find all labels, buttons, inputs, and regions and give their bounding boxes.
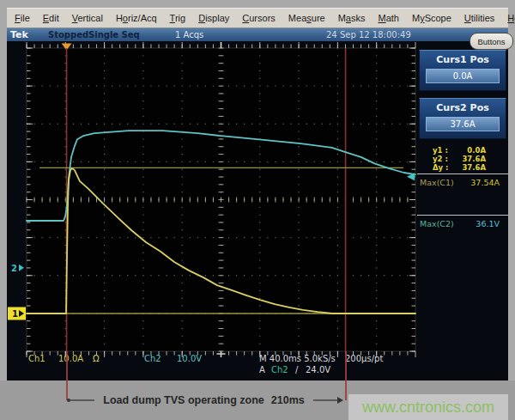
trigger-slope-icon: / <box>295 365 298 374</box>
menu-item-masks[interactable]: Masks <box>338 13 366 23</box>
ch2-marker-arrow-icon <box>19 265 24 271</box>
cursor1-value-field[interactable]: 0.0A <box>426 69 500 83</box>
resolution-readout: 200µs/pt <box>345 354 383 363</box>
menu-item-utilities[interactable]: Utilities <box>464 13 495 23</box>
panel-divider <box>417 215 508 216</box>
menu-item-cursors[interactable]: Cursors <box>242 13 276 23</box>
cursor1-title: Curs1 Pos <box>420 54 506 65</box>
menu-item-math[interactable]: Math <box>378 13 398 23</box>
cursor1-position-box: Curs1 Pos 0.0A <box>419 50 506 91</box>
load-dump-zone-annotation: Load dump TVS operating zone 210ms <box>67 394 343 406</box>
max-c2-label: Max(C2) <box>420 219 454 228</box>
measurement-panel: Curs1 Pos 0.0A Curs2 Pos 37.6A y1 :0.0Ay… <box>417 50 508 228</box>
menu-item-vertical[interactable]: Vertical <box>72 13 103 23</box>
ch1-label: Ch1 <box>28 354 45 363</box>
menu-bar: FileEditVerticalHoriz/AcqTrigDisplayCurs… <box>7 8 508 28</box>
cursor2-value-field[interactable]: 37.6A <box>426 117 500 131</box>
max-c2-value: 36.1V <box>476 219 500 228</box>
zone-arrowhead-icon <box>337 397 343 404</box>
cursor2-title: Curs2 Pos <box>420 102 506 113</box>
menu-item-help[interactable]: Help <box>507 13 515 23</box>
acquisition-count: 1 Acqs <box>175 30 203 40</box>
trigger-prefix: A <box>259 365 265 374</box>
measurement-max-c1: Max(C1) 37.54A <box>417 176 508 187</box>
trigger-level[interactable]: 24.0V <box>306 365 330 374</box>
cursor2-position-box: Curs2 Pos 37.6A <box>419 98 506 139</box>
trigger-source[interactable]: Ch2 <box>271 365 288 374</box>
cursor-readout-row: y1 :0.0A <box>417 146 508 155</box>
menu-item-edit[interactable]: Edit <box>43 13 59 23</box>
ch2-scale[interactable]: 10.0V <box>177 354 202 363</box>
ch2-reference-marker[interactable]: 2 <box>11 264 17 273</box>
acquisition-state: Stopped <box>48 30 88 40</box>
menu-item-measure[interactable]: Measure <box>288 13 325 23</box>
watermark: www.cntronics.com <box>348 394 508 420</box>
menu-item-myscope[interactable]: MyScope <box>412 13 451 23</box>
timebase-readout[interactable]: M 40.0ms 5.0kS/s <box>259 354 336 363</box>
zone-duration: 210ms <box>271 394 305 406</box>
cursor-t1-extension <box>66 351 68 400</box>
ch1-marker-label: 1 <box>12 309 18 319</box>
acquisition-mode: Single Seq <box>88 30 140 40</box>
menu-item-display[interactable]: Display <box>198 13 229 23</box>
menu-item-file[interactable]: File <box>15 13 30 23</box>
datetime-readout: 24 Sep 12 18:00:49 <box>326 30 411 40</box>
ch1-coupling-ohm-icon: Ω <box>93 354 100 363</box>
panel-divider <box>417 173 508 174</box>
zone-line-right <box>313 399 337 401</box>
buttons-button[interactable]: Buttons <box>470 33 513 50</box>
measurement-max-c2: Max(C2) 36.1V <box>417 217 508 228</box>
ch2-label: Ch2 <box>144 354 161 363</box>
cursor-readout-row: y2 :37.6A <box>417 155 508 163</box>
oscilloscope-window: FileEditVerticalHoriz/AcqTrigDisplayCurs… <box>0 0 515 420</box>
zone-line-left <box>70 399 94 401</box>
cursor-t2-extension <box>345 351 347 400</box>
cursor-readout-row: Δy :37.6A <box>417 163 508 172</box>
zone-label: Load dump TVS operating zone <box>103 394 264 406</box>
status-bar: Tek Stopped Single Seq 1 Acqs 24 Sep 12 … <box>7 28 508 41</box>
ch1-scale[interactable]: 10.0A <box>58 354 83 363</box>
tek-logo: Tek <box>10 29 28 40</box>
max-c1-label: Max(C1) <box>420 178 454 187</box>
menu-item-trig[interactable]: Trig <box>170 13 186 23</box>
scope-screen: 12 Ch1 10.0A Ω Ch2 10.0V M 40.0ms 5.0kS/… <box>7 41 508 380</box>
cursor-delta-readout: y1 :0.0Ay2 :37.6AΔy :37.6A <box>417 146 508 172</box>
max-c1-value: 37.54A <box>470 178 500 187</box>
menu-item-horizacq[interactable]: Horiz/Acq <box>116 13 157 23</box>
